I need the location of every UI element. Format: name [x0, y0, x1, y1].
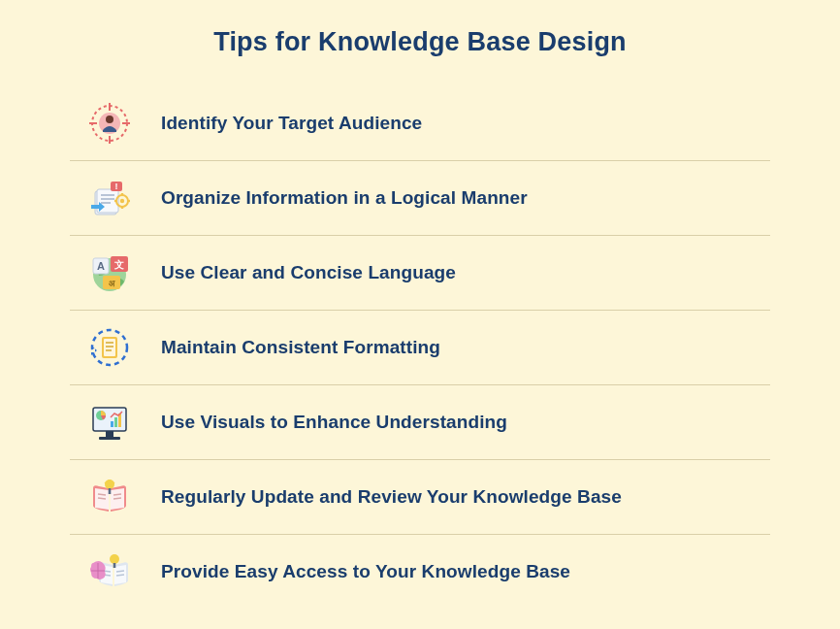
- svg-text:!: !: [115, 182, 118, 191]
- svg-rect-29: [104, 339, 115, 356]
- visuals-icon: [87, 400, 132, 445]
- svg-text:文: 文: [113, 259, 124, 270]
- svg-point-52: [110, 554, 119, 564]
- list-item: Identify Your Target Audience: [70, 86, 770, 161]
- svg-rect-16: [121, 193, 123, 196]
- svg-rect-17: [121, 206, 123, 209]
- list-item-label: Organize Information in a Logical Manner: [161, 187, 528, 209]
- svg-rect-53: [113, 563, 116, 568]
- update-icon: [87, 475, 132, 519]
- list-item-label: Identify Your Target Audience: [161, 113, 422, 134]
- list-item-label: Regularly Update and Review Your Knowled…: [161, 486, 622, 508]
- svg-rect-45: [109, 488, 112, 494]
- svg-rect-34: [106, 431, 113, 437]
- formatting-icon: [87, 325, 132, 370]
- list-item: Regularly Update and Review Your Knowled…: [70, 460, 770, 535]
- list-item-label: Maintain Consistent Formatting: [161, 337, 440, 358]
- list-item-label: Use Clear and Concise Language: [161, 262, 456, 283]
- page-title: Tips for Knowledge Base Design: [70, 27, 770, 57]
- svg-text:अ: अ: [109, 279, 115, 288]
- svg-rect-37: [111, 421, 113, 427]
- svg-rect-18: [114, 200, 117, 202]
- list-item: Maintain Consistent Formatting: [70, 311, 770, 385]
- access-icon: [87, 549, 132, 594]
- target-audience-icon: [87, 101, 132, 146]
- list-item-label: Use Visuals to Enhance Understanding: [161, 412, 507, 433]
- tips-list: Identify Your Target Audience !: [70, 86, 770, 609]
- list-item-label: Provide Easy Access to Your Knowledge Ba…: [161, 561, 570, 582]
- svg-rect-38: [114, 417, 117, 427]
- language-icon: A 文 अ: [87, 250, 132, 295]
- page: Tips for Knowledge Base Design Identify …: [0, 0, 840, 628]
- svg-rect-35: [99, 437, 120, 440]
- list-item: A 文 अ Use Clear and Concise Language: [70, 236, 770, 311]
- list-item: Use Visuals to Enhance Understanding: [70, 385, 770, 460]
- svg-text:A: A: [97, 260, 105, 272]
- organize-icon: !: [87, 176, 132, 220]
- list-item: Provide Easy Access to Your Knowledge Ba…: [70, 535, 770, 609]
- svg-rect-19: [127, 200, 130, 202]
- svg-point-15: [120, 199, 124, 203]
- svg-point-6: [106, 116, 113, 123]
- list-item: ! Organize Information in a Logical Mann…: [70, 161, 770, 236]
